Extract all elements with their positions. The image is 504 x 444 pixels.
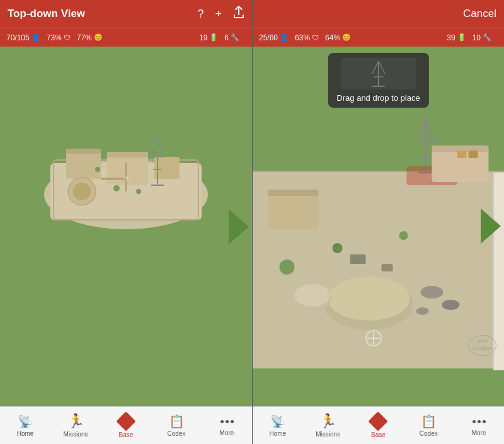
weapons-stat: 6 🔧 [224, 33, 239, 42]
home-tab-label: Home [17, 430, 34, 437]
right-game-view[interactable]: Drag and drop to place [253, 47, 504, 406]
svg-point-48 [416, 307, 429, 315]
svg-line-25 [372, 61, 378, 74]
svg-point-41 [328, 276, 410, 321]
right-base-icon [369, 413, 387, 430]
svg-text:+: + [123, 172, 130, 185]
header-actions: ? + [197, 6, 244, 22]
right-ammo-icon: 🔋 [457, 33, 466, 42]
share-icon[interactable] [233, 6, 244, 22]
tab-base[interactable]: Base [101, 407, 151, 444]
morale-stat: 73% 🛡 [47, 33, 71, 42]
cancel-button[interactable]: Cancel [379, 8, 497, 20]
left-panel: Top-down View ? + 70/105 👤 73% 🛡 77% 😊 1 [0, 0, 252, 444]
drag-preview [340, 58, 416, 89]
right-tab-more[interactable]: More [454, 407, 504, 444]
app-watermark: APP solution [468, 335, 496, 356]
right-tab-bar: 📡 Home 🏃 Missions Base 📋 Codex More [253, 406, 504, 444]
svg-point-43 [295, 284, 330, 307]
more-tab-label: More [220, 430, 234, 436]
right-panel: Cancel 25/60 👤 63% 🛡 64% 😊 39 🔋 10 🔧 [252, 0, 504, 444]
svg-line-32 [426, 116, 433, 141]
ammo-stat: 19 🔋 [199, 33, 218, 42]
right-tab-home[interactable]: 📡 Home [253, 407, 303, 444]
soldier-icon: 👤 [32, 33, 40, 42]
right-smile-icon: 😊 [342, 33, 351, 42]
right-shield-icon: 🛡 [312, 34, 319, 42]
svg-rect-37 [469, 151, 478, 158]
right-more-icon [472, 414, 486, 428]
svg-line-31 [418, 116, 426, 141]
weapon-icon: 🔧 [231, 33, 239, 42]
right-tab-base[interactable]: Base [353, 407, 404, 444]
right-morale-stat: 63% 🛡 [295, 33, 319, 42]
right-stats-bar: 25/60 👤 63% 🛡 64% 😊 39 🔋 10 🔧 [253, 28, 504, 47]
right-base-tab-label: Base [371, 431, 386, 438]
supplies-stat: 77% 😊 [77, 33, 103, 42]
ammo-icon: 🔋 [209, 33, 218, 42]
svg-point-19 [95, 167, 100, 172]
svg-rect-6 [107, 152, 148, 157]
svg-line-26 [378, 61, 384, 74]
svg-point-47 [442, 300, 460, 310]
svg-rect-39 [268, 190, 319, 196]
right-missions-tab-label: Missions [316, 431, 340, 438]
base-tab-label: Base [119, 431, 134, 438]
right-ammo-stat: 39 🔋 [447, 33, 466, 42]
drag-tooltip-text: Drag and drop to place [336, 93, 420, 103]
page-title: Top-down View [8, 8, 197, 20]
soldiers-stat: 70/105 👤 [6, 33, 40, 42]
add-icon[interactable]: + [215, 8, 222, 21]
svg-point-46 [421, 286, 444, 299]
right-base-svg [253, 110, 504, 361]
tab-more[interactable]: More [202, 407, 252, 444]
right-nav-arrow[interactable] [229, 209, 249, 244]
codex-icon: 📋 [169, 414, 185, 429]
right-codex-tab-label: Codex [420, 430, 438, 437]
svg-rect-45 [382, 264, 393, 271]
right-soldiers-stat: 25/60 👤 [259, 33, 289, 42]
right-home-icon: 📡 [270, 414, 285, 429]
right-weapons-stat: 10 🔧 [472, 33, 491, 42]
right-missions-icon: 🏃 [319, 413, 336, 430]
base-illustration: + [35, 81, 217, 258]
missions-icon: 🏃 [67, 413, 84, 430]
right-home-tab-label: Home [270, 430, 287, 437]
base-icon [117, 413, 135, 430]
question-icon[interactable]: ? [197, 8, 203, 21]
right-crosshair [365, 329, 382, 350]
svg-rect-3 [66, 151, 101, 179]
svg-point-50 [333, 243, 343, 253]
tab-codex[interactable]: 📋 Codex [151, 407, 202, 444]
right-weapon-icon: 🔧 [483, 33, 491, 42]
svg-line-12 [151, 138, 158, 157]
svg-rect-36 [457, 151, 467, 158]
svg-point-51 [399, 231, 408, 240]
left-header: Top-down View ? + [0, 0, 252, 28]
svg-rect-44 [350, 254, 366, 264]
shield-icon: 🛡 [64, 34, 71, 42]
svg-point-49 [280, 259, 295, 275]
right-supplies-stat: 64% 😊 [325, 33, 351, 42]
right-codex-icon: 📋 [421, 414, 437, 429]
svg-point-18 [113, 185, 120, 191]
right-soldier-icon: 👤 [280, 33, 289, 42]
svg-rect-38 [268, 191, 319, 229]
codex-tab-label: Codex [168, 430, 186, 437]
smile-icon: 😊 [94, 33, 103, 42]
more-icon [220, 414, 234, 428]
svg-point-20 [136, 189, 141, 194]
left-stats-bar: 70/105 👤 73% 🛡 77% 😊 19 🔋 6 🔧 [0, 28, 252, 47]
tab-home[interactable]: 📡 Home [0, 407, 50, 444]
right-nav-arrow[interactable] [481, 208, 501, 244]
svg-rect-4 [66, 149, 101, 154]
right-tab-missions[interactable]: 🏃 Missions [303, 407, 353, 444]
tab-missions[interactable]: 🏃 Missions [50, 407, 101, 444]
right-tab-codex[interactable]: 📋 Codex [403, 407, 454, 444]
left-tab-bar: 📡 Home 🏃 Missions Base 📋 Codex More [0, 406, 252, 444]
svg-line-13 [158, 138, 164, 157]
home-icon: 📡 [18, 414, 33, 429]
left-game-view[interactable]: + [0, 47, 252, 406]
svg-point-15 [73, 183, 91, 200]
right-header: Cancel [253, 0, 504, 28]
